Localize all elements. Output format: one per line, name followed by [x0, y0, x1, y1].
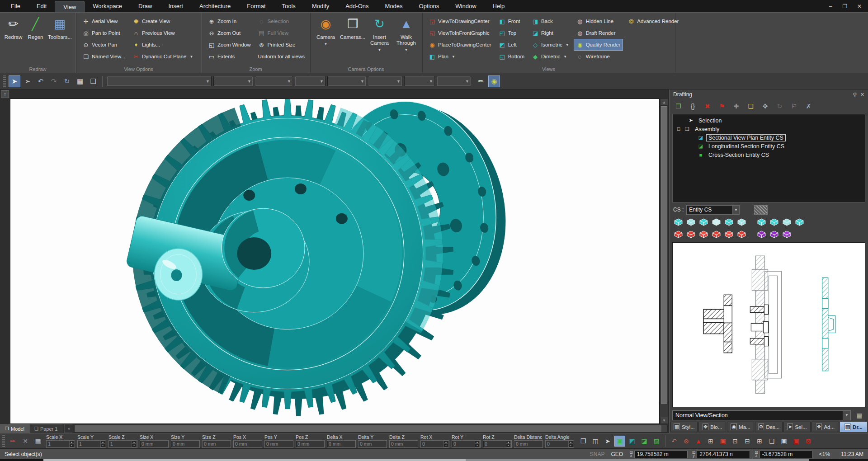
- snap-tool-button[interactable]: ▣: [717, 436, 728, 447]
- ribbon-item[interactable]: ✛ Aerial View ▼: [80, 15, 128, 27]
- panel-tool-button[interactable]: ↻: [774, 101, 786, 112]
- snap-tool-button[interactable]: ▲: [693, 436, 704, 447]
- field-input[interactable]: 0 mm ▲▼: [264, 440, 293, 448]
- ribbon-item[interactable]: ⊕ Zoom In ▼: [205, 15, 254, 27]
- ribbon-item[interactable]: ◍ Draft Render ▼: [574, 27, 623, 39]
- sheet-tab[interactable]: ❒ Model: [0, 424, 29, 433]
- ribbon-item[interactable]: Uniform for all views ▼: [255, 51, 308, 62]
- ribbon-item[interactable]: ◎ Pan to Point ▼: [80, 27, 128, 39]
- panel-tool-button[interactable]: ⚑: [716, 101, 728, 112]
- menu-item[interactable]: Modes: [377, 0, 410, 12]
- command-prompt[interactable]: Select object(s): [5, 451, 42, 457]
- ribbon-item[interactable]: ▭ Extents ▼: [205, 51, 254, 62]
- cs-cube-button[interactable]: [672, 229, 684, 240]
- window-button[interactable]: –: [826, 3, 835, 9]
- ribbon-item[interactable]: ▤ Full View ▼: [255, 27, 308, 39]
- window-button[interactable]: ✕: [855, 3, 863, 9]
- snap-tool-button[interactable]: ◫: [590, 436, 601, 447]
- field-input[interactable]: 0 ▲▼: [452, 440, 481, 448]
- field-input[interactable]: 0 ▲▼: [483, 440, 512, 448]
- ribbon-item[interactable]: ◪ Right ▼: [529, 27, 572, 39]
- snap-tool-button[interactable]: [665, 435, 665, 447]
- combo-box[interactable]: ▼: [404, 76, 435, 86]
- field-input[interactable]: 1 ▲▼: [46, 440, 75, 448]
- snap-tool-button[interactable]: ◩: [627, 436, 637, 447]
- window-button[interactable]: ❐: [841, 3, 849, 9]
- panel-tool-button[interactable]: ✗: [802, 101, 815, 112]
- ribbon-button[interactable]: ╱ Regen ▼: [26, 14, 45, 66]
- snap-tool-button[interactable]: ▨: [651, 436, 662, 447]
- combo-box[interactable]: ▼: [295, 76, 326, 86]
- menu-item[interactable]: Edit: [28, 0, 55, 12]
- panel-tool-button[interactable]: {}: [687, 101, 699, 112]
- toolbar-icon-button[interactable]: ↷: [48, 75, 60, 87]
- ribbon-button[interactable]: ↻ Insert Camera ▼: [368, 14, 392, 66]
- panel-tab[interactable]: ▦ Styl...: [670, 422, 698, 432]
- ribbon-item[interactable]: ◱ ViewToInFrontGraphic ▼: [426, 27, 494, 39]
- toolbar-icon-button[interactable]: ➢: [22, 75, 33, 87]
- ribbon-item[interactable]: ◧ Front ▼: [496, 15, 527, 27]
- cs-cube-button[interactable]: [768, 229, 780, 240]
- snap-tool-button[interactable]: ◪: [639, 436, 650, 447]
- field-input[interactable]: 0 mm ▲▼: [296, 440, 325, 448]
- combo-box[interactable]: ▼: [437, 76, 471, 86]
- close-icon[interactable]: ✕: [860, 92, 864, 98]
- field-input[interactable]: 0 mm ▲▼: [514, 440, 543, 448]
- ribbon-item[interactable]: ⌂ Previous View ▼: [130, 27, 196, 39]
- ribbon-button[interactable]: ▦ Toolbars... ▼: [48, 14, 72, 66]
- model-viewport[interactable]: [10, 99, 660, 424]
- ribbon-item[interactable]: ◩ Left ▼: [496, 39, 527, 51]
- tree-item[interactable]: ◪ Longitudinal Section Entity CS: [673, 142, 865, 151]
- tree-expander-icon[interactable]: ⊟: [675, 127, 682, 132]
- properties-icon-button[interactable]: ▦: [33, 436, 43, 447]
- scroll-down-icon[interactable]: ▼: [660, 417, 668, 424]
- panel-tool-button[interactable]: ⚐: [788, 101, 800, 112]
- section-preview[interactable]: [672, 242, 865, 407]
- ribbon-item[interactable]: ❂ Advanced Render ▼: [625, 15, 681, 27]
- spinner[interactable]: ▲▼: [69, 441, 74, 447]
- ribbon-item[interactable]: ◨ Back ▼: [529, 15, 572, 27]
- cs-cube-button[interactable]: [768, 217, 780, 228]
- field-input[interactable]: 1 ▲▼: [77, 440, 106, 448]
- cs-cube-button[interactable]: [710, 217, 722, 228]
- toolbar-icon-button[interactable]: ➤: [9, 75, 20, 87]
- field-input[interactable]: 0 mm ▲▼: [140, 440, 169, 448]
- menu-item[interactable]: Modify: [304, 0, 337, 12]
- ribbon-item[interactable]: ✦ Lights... ▼: [130, 39, 196, 51]
- snap-tool-button[interactable]: ❒: [578, 436, 589, 447]
- tree-item[interactable]: ⊟ ❏ Assembly: [673, 125, 865, 133]
- cs-cube-button[interactable]: [672, 217, 684, 228]
- menu-item[interactable]: Add-Ons: [337, 0, 377, 12]
- cs-cube-button[interactable]: [723, 229, 735, 240]
- menu-item[interactable]: View: [55, 1, 85, 12]
- field-input[interactable]: 0 ▲▼: [545, 440, 574, 448]
- spinner[interactable]: ▲▼: [506, 441, 511, 447]
- ribbon-item[interactable]: ⊖ Zoom Out ▼: [205, 27, 254, 39]
- toolbar-grip[interactable]: [2, 435, 5, 447]
- menu-item[interactable]: File: [3, 0, 28, 12]
- ribbon-button[interactable]: ❒ Cameras... ▼: [340, 14, 365, 66]
- cs-cube-button[interactable]: [698, 217, 709, 228]
- properties-icon-button[interactable]: ✕: [20, 436, 31, 447]
- tree-item[interactable]: ■ Cross-Section Entity CS: [673, 151, 865, 159]
- panel-tool-button[interactable]: ✚: [730, 101, 742, 112]
- ucs-origin-button[interactable]: ↑: [1, 90, 9, 98]
- menu-item[interactable]: Window: [447, 0, 484, 12]
- ribbon-item[interactable]: ❏ Named View... ▼: [80, 51, 128, 62]
- field-input[interactable]: 1 ▲▼: [108, 440, 137, 448]
- geo-toggle[interactable]: GEO: [611, 451, 623, 457]
- field-input[interactable]: 0 mm ▲▼: [233, 440, 262, 448]
- ribbon-item[interactable]: ◱ Zoom Window ▼: [205, 39, 254, 51]
- combo-box[interactable]: ▼: [327, 76, 366, 86]
- snap-tool-button[interactable]: ⊠: [803, 436, 814, 447]
- ribbon-item[interactable]: ◉ PlaceToDrawingCenter ▼: [426, 39, 494, 51]
- snap-toggle[interactable]: SNAP: [590, 451, 605, 457]
- horizontal-scrollbar[interactable]: [74, 425, 668, 433]
- toolbar-grip[interactable]: [3, 75, 6, 87]
- panel-tab[interactable]: ◉ Ma...: [727, 422, 754, 432]
- ribbon-item[interactable]: ◍ Hidden Line ▼: [574, 15, 623, 27]
- view-mode-dropdown[interactable]: Normal View/Section ▼: [672, 410, 851, 420]
- ribbon-item[interactable]: ◉ Quality Render ▼: [574, 39, 623, 51]
- toolbar-icon-button[interactable]: ❏: [87, 75, 99, 87]
- menu-item[interactable]: Draw: [130, 0, 160, 12]
